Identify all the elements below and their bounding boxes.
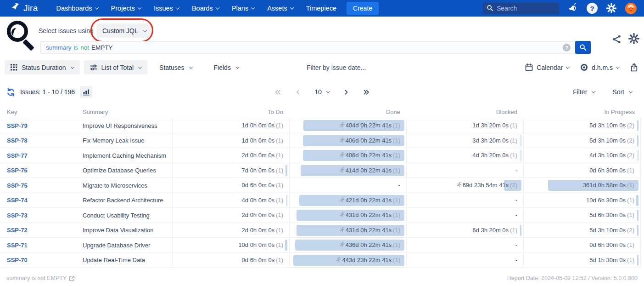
transition-count: (1): [627, 241, 634, 248]
menu-timepiece[interactable]: Timepiece: [306, 5, 336, 12]
bar-chart-icon: [83, 88, 90, 96]
app-window: Jira Dashboards Projects Issues Boards P…: [0, 0, 644, 286]
jql-help-icon[interactable]: ?: [563, 44, 571, 51]
calendar-dropdown[interactable]: Calendar: [525, 63, 569, 71]
grid-icon: [11, 64, 17, 71]
issue-summary: Refactor Backend Architecture: [83, 193, 172, 208]
duration-cell-done: 436d 0h 22m 41s(1): [289, 238, 406, 252]
chevron-down-icon: [326, 89, 330, 93]
transition-count: (1): [276, 182, 283, 189]
table-row: SSP-71Upgrade Database Driver10d 0h 0m 0…: [0, 238, 641, 253]
fields-dropdown[interactable]: Fields: [214, 64, 239, 71]
issue-date-filter-input[interactable]: Filter by issue date...: [307, 64, 366, 71]
first-page-button[interactable]: [274, 89, 281, 96]
issue-key-link[interactable]: SSP-79: [7, 122, 28, 129]
announcements-button[interactable]: [568, 3, 578, 13]
export-button[interactable]: [630, 63, 638, 72]
issue-source-dropdown[interactable]: Custom JQL: [96, 23, 152, 38]
share-button[interactable]: [612, 34, 622, 44]
menu-plans[interactable]: Plans: [232, 5, 254, 12]
table-body: SSP-79Improve UI Responsiveness1d 0h 0m …: [0, 118, 641, 268]
transition-count: (2): [627, 227, 634, 234]
issue-key-link[interactable]: SSP-76: [7, 167, 28, 174]
issue-summary: Migrate to Microservices: [83, 178, 172, 193]
next-page-button[interactable]: [343, 89, 350, 96]
menu-assets[interactable]: Assets: [267, 5, 293, 12]
report-view-dropdown[interactable]: Status Duration: [5, 60, 80, 74]
refresh-button[interactable]: [6, 88, 15, 97]
chevron-down-icon: [70, 65, 74, 69]
settings-button[interactable]: [606, 3, 616, 13]
duration-text: 0d 6h 30m 0s(1): [524, 238, 640, 252]
menu-dashboards[interactable]: Dashboards: [56, 5, 98, 12]
gear-icon: [606, 3, 616, 13]
last-page-button[interactable]: [363, 89, 370, 96]
issue-key-link[interactable]: SSP-71: [7, 242, 28, 249]
issues-listbar: Issues: 1 - 10 / 196: [6, 86, 92, 98]
transition-count: (1): [510, 122, 517, 129]
filter-dropdown[interactable]: Filter: [573, 88, 595, 96]
issues-count-label: Issues: 1 - 10 / 196: [20, 88, 75, 96]
report-type-dropdown[interactable]: List of Total: [84, 60, 148, 74]
duration-cell-inprogress: 0d 6h 30m 0s(1): [523, 238, 641, 252]
transition-count: (1): [393, 241, 400, 248]
runner-icon: [338, 167, 345, 173]
chart-view-button[interactable]: [80, 86, 92, 98]
statuses-dropdown[interactable]: Statuses: [159, 64, 192, 71]
jql-query-input[interactable]: summary is not EMPTY ?: [40, 41, 591, 54]
issue-summary: Optimize Database Queries: [83, 163, 172, 178]
duration-cell-todo: 2d 0h 0m 0s(1): [172, 223, 289, 238]
chevron-down-icon: [138, 65, 142, 69]
global-search: [483, 2, 559, 14]
issue-key-link[interactable]: SSP-75: [7, 182, 28, 189]
external-link-icon: [69, 275, 75, 281]
issue-key-link[interactable]: SSP-77: [7, 152, 28, 159]
jira-logo[interactable]: Jira: [11, 2, 38, 14]
duration-cell-done: 414d 0h 22m 41s(1): [289, 163, 406, 178]
chevron-down-icon: [95, 6, 98, 9]
issue-key-link[interactable]: SSP-72: [7, 227, 28, 234]
column-header-inprogress: In Progress: [523, 109, 641, 115]
menu-projects[interactable]: Projects: [111, 5, 141, 12]
time-format-dropdown[interactable]: d.h.m.s: [580, 63, 619, 71]
jql-token-operator: is: [74, 44, 78, 51]
key-cell: SSP-75: [0, 178, 83, 193]
report-settings-button[interactable]: [628, 33, 639, 44]
issue-key-link[interactable]: SSP-73: [7, 212, 28, 219]
duration-text: 5d 3h 10m 0s(2): [524, 118, 640, 133]
listbar-right-cluster: Filter Sort: [573, 86, 632, 98]
menu-boards[interactable]: Boards: [192, 5, 219, 12]
key-cell: SSP-79: [0, 118, 83, 133]
column-header-key: Key: [0, 109, 83, 115]
jql-search-button[interactable]: [575, 41, 591, 54]
prev-page-button[interactable]: [294, 89, 301, 96]
refresh-icon: [6, 88, 15, 97]
issue-key-link[interactable]: SSP-74: [7, 197, 28, 204]
duration-cell-todo: 1d 0h 0m 0s(1): [172, 133, 289, 148]
duration-text: -: [407, 238, 523, 252]
duration-text: 2d 0h 0m 0s(1): [173, 208, 289, 223]
brand-name: Jira: [23, 3, 38, 13]
help-icon[interactable]: ?: [587, 3, 598, 14]
duration-text: -: [290, 178, 406, 193]
chevron-right-icon: [343, 89, 350, 96]
issue-summary: Update Real-Time Data: [83, 253, 172, 268]
transition-count: (1): [510, 152, 517, 159]
table-header: Key Summary To Do Done Blocked In Progre…: [0, 106, 641, 118]
footer-jql-link[interactable]: summary is not EMPTY: [6, 275, 75, 281]
sort-dropdown[interactable]: Sort: [612, 88, 632, 96]
issue-key-link[interactable]: SSP-70: [7, 257, 28, 263]
menu-issues[interactable]: Issues: [154, 5, 179, 12]
issue-key-link[interactable]: SSP-78: [7, 137, 28, 144]
user-avatar[interactable]: [625, 3, 637, 14]
search-input[interactable]: [483, 2, 559, 14]
page-size-select[interactable]: 10: [314, 88, 330, 96]
duration-text: 3d 3h 20m 0s(1): [407, 133, 523, 148]
chevron-down-icon: [616, 65, 620, 69]
search-icon: [487, 5, 493, 13]
duration-text: 421d 0h 22m 41s(1): [290, 193, 406, 208]
select-issues-label: Select issues using: [39, 27, 94, 34]
transition-count: (1): [276, 197, 283, 204]
create-button[interactable]: Create: [347, 2, 379, 15]
duration-cell-done: 406d 0h 22m 41s(1): [289, 133, 406, 148]
